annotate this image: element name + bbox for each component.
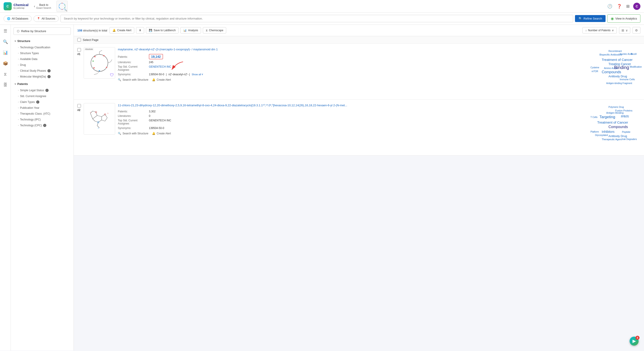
card-checkbox-1[interactable] (77, 48, 81, 52)
card-checkbox-2[interactable] (77, 104, 81, 108)
box-icon-button[interactable]: 📦 (2, 60, 9, 67)
word-cloud-term[interactable]: Therapeutic Agent (602, 138, 622, 141)
refine-by-structure-button[interactable]: ⬡ Refine by Structure (14, 27, 71, 35)
structure-section-header[interactable]: ∨ Structure (11, 37, 74, 44)
sidebar-item-technology-classification[interactable]: › Technology Classification (11, 44, 74, 50)
word-cloud-term[interactable]: mTOR (592, 70, 598, 73)
sidebar-item-drug[interactable]: › Drug (11, 62, 74, 68)
info-icon[interactable]: i (36, 100, 39, 104)
sidebar-item-molecular-weight[interactable]: › Molecular Weight(Da) i (11, 74, 74, 79)
info-icon[interactable]: i (48, 69, 50, 72)
word-cloud-term[interactable]: Cysteine (590, 66, 599, 69)
structure-section-label: Structure (17, 39, 30, 43)
word-cloud-term[interactable]: Immune Cells (620, 78, 635, 81)
svg-line-9 (100, 50, 102, 52)
word-cloud-term[interactable]: Compounds (602, 70, 621, 74)
all-sources-button[interactable]: 📍 All Sources (34, 15, 59, 22)
word-cloud-term[interactable]: Treatment of Cancer (597, 121, 628, 124)
literatures-count-2: 0 (149, 114, 150, 117)
word-cloud-term[interactable]: Inhibitors (602, 130, 614, 133)
search-input[interactable] (60, 15, 573, 22)
sidebar-item-claim-types[interactable]: › Claim Types i (11, 99, 74, 105)
compound-name-2[interactable]: 11-chloro-21,23-dihydroxy-12,20-dimethox… (118, 103, 575, 108)
search-with-structure-button-2[interactable]: 🔍 Search with Structure (118, 132, 148, 135)
clock-icon-button[interactable]: 🕐 (606, 3, 613, 10)
sidebar-item-std-current-assignee[interactable]: › Std. Current Assignee (11, 93, 74, 99)
literatures-row-2: Literatures: 0 (118, 114, 575, 117)
chart-icon-button[interactable]: 📊 (2, 49, 9, 56)
word-cloud-term[interactable]: Bispecific Antibodies (600, 53, 622, 56)
word-cloud-term[interactable]: Antibody Drug (608, 135, 627, 137)
download-button[interactable]: ⬇ (136, 27, 144, 33)
molecule-preview[interactable]: 🔍 (56, 1, 68, 12)
word-cloud-term[interactable]: Targeting (600, 115, 615, 119)
settings-button[interactable]: ⚙ (632, 27, 640, 34)
word-cloud-term[interactable]: Antigen Binding (606, 112, 624, 114)
word-cloud-term[interactable]: Peptide (622, 131, 630, 133)
show-all-button-1[interactable]: Show all ∨ (192, 73, 203, 76)
chemscape-button[interactable]: ⧖ Chemscape (203, 27, 226, 33)
back-button[interactable]: ‹ Back to Exact Search (32, 2, 53, 10)
patents-count-1[interactable]: 19,142 (151, 55, 161, 58)
grid-icon-button[interactable]: ⊞ (625, 3, 630, 10)
word-cloud-term[interactable]: T Cells (590, 116, 598, 118)
info-icon[interactable]: i (46, 89, 48, 92)
svg-point-15 (103, 55, 104, 56)
word-cloud-term[interactable]: Antibody Drug (608, 75, 627, 78)
total-label: structure(s) in total (83, 29, 107, 32)
database-icon-button[interactable]: 🗄 (2, 81, 9, 88)
word-cloud-term[interactable]: B-cell (631, 53, 636, 55)
word-cloud-term[interactable]: Glycosylated (595, 134, 608, 136)
create-alert-button-2[interactable]: 🔔 Create Alert (152, 132, 171, 135)
sidebar-item-structure-types[interactable]: › Structure Types (11, 50, 74, 56)
sidebar-item-technology-cpc[interactable]: › Technology (CPC) i (11, 122, 74, 128)
word-cloud-term[interactable]: Binding (614, 65, 629, 70)
zoom-icon[interactable]: 🔍 (64, 9, 67, 11)
notification-badge[interactable]: ▶ 8 (630, 337, 638, 346)
assignee-value-1[interactable]: GENENTECH INC (149, 65, 171, 68)
sidebar-item-technology-ipc[interactable]: › Technology (IPC) (11, 117, 74, 122)
save-to-labbench-button[interactable]: 💾 Save to LabBench (146, 27, 178, 33)
info-icon[interactable]: i (43, 124, 46, 127)
word-cloud-inner: Polymeric DrugFusion ProteinsAntigen Bin… (579, 105, 638, 150)
word-cloud-term[interactable]: Irak Degraders (622, 138, 637, 140)
select-all-checkbox[interactable] (77, 38, 81, 41)
compound-name-1[interactable]: maytansine, n2'-deacetyl-n2'-(3-(mercapt… (118, 47, 575, 52)
sidebar-item-clinical-study-phases[interactable]: › Clinical Study Phases i (11, 68, 74, 74)
svg-line-26 (105, 114, 107, 118)
refine-search-button[interactable]: 🔍 Refine Search (575, 15, 606, 22)
all-databases-button[interactable]: 🌐 All Databases (4, 15, 32, 22)
help-icon-button[interactable]: ❓ (616, 3, 623, 10)
info-icon[interactable]: i (48, 75, 50, 78)
search-icon-button[interactable]: 🔍 (2, 38, 9, 45)
sidebar-item-therapeutic-class[interactable]: › Therapeutic Class. (ATC) (11, 111, 74, 117)
expand-icon: › (18, 113, 19, 115)
sort-button[interactable]: ↓ Number of Patents ∨ (582, 27, 617, 33)
menu-icon-button[interactable]: ☰ (2, 27, 9, 35)
word-cloud-term[interactable]: 抑制剂 (621, 115, 629, 118)
view-analytics-button[interactable]: ◉ View in Analytics (607, 14, 640, 23)
word-cloud-term[interactable]: Modification (630, 66, 642, 68)
card-actions-2: 🔍 Search with Structure 🔔 Create Alert (118, 132, 575, 135)
sidebar-item-available-data[interactable]: › Available Data (11, 56, 74, 62)
analysis-button[interactable]: 📊 Analysis (180, 27, 201, 33)
create-alert-button[interactable]: 🔔 Create Alert (110, 27, 134, 33)
sidebar-item-simple-legal-status[interactable]: › Simple Legal Status i (11, 87, 74, 93)
layers-icon-button[interactable]: ⧖ (2, 70, 9, 78)
search-with-structure-button-1[interactable]: 🔍 Search with Structure (118, 78, 148, 81)
create-alert-button-1[interactable]: 🔔 Create Alert (152, 78, 171, 81)
user-avatar[interactable]: C (633, 3, 640, 10)
word-cloud-term[interactable]: Compounds (608, 125, 628, 129)
word-cloud-term[interactable]: Antigen-binding Fragment (606, 82, 632, 84)
word-cloud-term[interactable]: Recombinant (608, 50, 622, 52)
save-icon: 💾 (149, 29, 152, 32)
patents-section-header[interactable]: ∨ Patents (11, 80, 74, 87)
sidebar-item-publication-year[interactable]: › Publication Year (11, 105, 74, 111)
expand-icon: › (18, 52, 19, 54)
word-cloud-term[interactable]: Treatment of Cancer (602, 58, 632, 61)
word-cloud-term[interactable]: Platform (590, 131, 599, 133)
svg-line-24 (97, 115, 102, 117)
view-toggle-button[interactable]: ⊞ ∨ (619, 27, 630, 34)
word-cloud-term[interactable]: Polymeric Drug (608, 106, 624, 108)
sidebar-item-label: Therapeutic Class. (ATC) (20, 112, 50, 115)
